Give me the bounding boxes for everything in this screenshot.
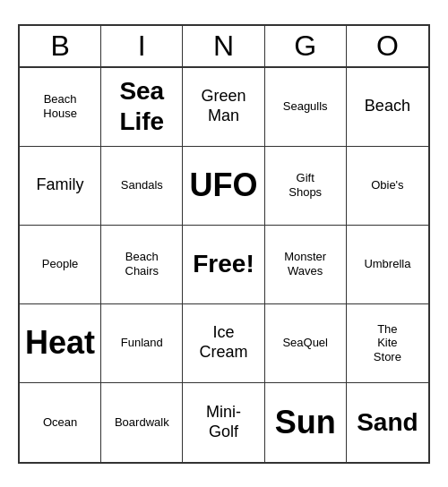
cell-text: GreenMan — [201, 87, 246, 125]
header-letter: O — [347, 26, 428, 66]
bingo-grid: BeachHouseSeaLifeGreenManSeagullsBeachFa… — [20, 68, 428, 462]
cell-text: SeaQuel — [282, 336, 328, 350]
bingo-cell: MonsterWaves — [265, 226, 347, 304]
bingo-cell: Family — [20, 147, 101, 226]
cell-text: Sun — [275, 403, 336, 441]
cell-text: Sand — [357, 407, 418, 438]
bingo-cell: TheKiteStore — [347, 304, 428, 383]
bingo-cell: Umbrella — [347, 226, 428, 304]
bingo-cell: GreenMan — [183, 68, 264, 147]
bingo-cell: Sun — [265, 383, 347, 462]
cell-text: Boardwalk — [115, 415, 169, 430]
bingo-cell: BeachHouse — [20, 68, 101, 147]
bingo-cell: Mini-Golf — [183, 383, 264, 462]
bingo-cell: SeaQuel — [265, 304, 347, 383]
bingo-cell: Funland — [101, 304, 183, 383]
header-letter: G — [265, 26, 347, 66]
cell-text: Seagulls — [283, 99, 328, 114]
bingo-card: BINGO BeachHouseSeaLifeGreenManSeagullsB… — [18, 24, 430, 464]
bingo-cell: UFO — [183, 147, 264, 226]
bingo-cell: Sand — [347, 383, 428, 462]
bingo-cell: Seagulls — [265, 68, 347, 147]
header-letter: B — [20, 26, 101, 66]
cell-text: Sandals — [121, 178, 163, 192]
bingo-cell: Heat — [20, 304, 101, 383]
bingo-cell: Beach — [347, 68, 428, 147]
cell-text: IceCream — [199, 323, 247, 362]
cell-text: Mini-Golf — [206, 403, 241, 441]
cell-text: Beach — [365, 97, 410, 116]
bingo-cell: Sandals — [101, 147, 183, 226]
bingo-cell: Boardwalk — [101, 383, 183, 462]
cell-text: Free! — [193, 249, 254, 279]
bingo-cell: Free! — [183, 226, 264, 304]
bingo-header: BINGO — [20, 26, 428, 68]
bingo-cell: IceCream — [183, 304, 264, 383]
cell-text: Funland — [121, 336, 163, 350]
bingo-cell: BeachChairs — [101, 226, 183, 304]
bingo-cell: Ocean — [20, 383, 101, 462]
cell-text: Obie's — [371, 178, 403, 192]
cell-text: BeachChairs — [125, 250, 159, 278]
cell-text: Umbrella — [364, 257, 410, 271]
cell-text: Heat — [25, 323, 95, 362]
cell-text: TheKiteStore — [374, 322, 401, 364]
cell-text: BeachHouse — [43, 92, 77, 120]
cell-text: Ocean — [43, 415, 77, 430]
header-letter: I — [101, 26, 183, 66]
cell-text: UFO — [189, 166, 257, 204]
cell-text: SeaLife — [119, 76, 164, 136]
cell-text: People — [42, 257, 78, 271]
bingo-cell: GiftShops — [265, 147, 347, 226]
bingo-cell: People — [20, 226, 101, 304]
bingo-cell: Obie's — [347, 147, 428, 226]
cell-text: MonsterWaves — [284, 250, 326, 278]
header-letter: N — [183, 26, 264, 66]
bingo-cell: SeaLife — [101, 68, 183, 147]
cell-text: Family — [37, 175, 84, 195]
cell-text: GiftShops — [289, 171, 322, 199]
